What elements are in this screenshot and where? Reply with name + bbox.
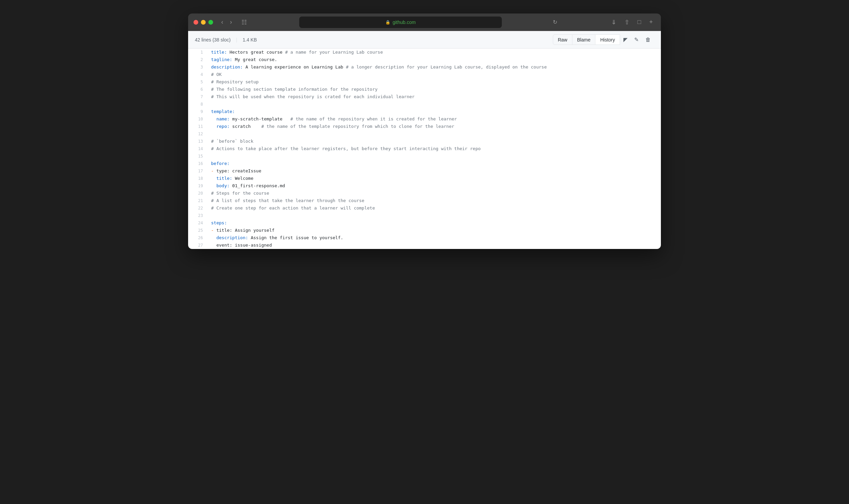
line-content: before:: [208, 160, 661, 167]
table-row: 6# The following section template inform…: [188, 86, 661, 93]
back-button[interactable]: ‹: [219, 17, 226, 27]
table-row: 7# This will be used when the repository…: [188, 93, 661, 101]
table-row: 23: [188, 212, 661, 219]
browser-window: ‹ › ☷ 🔒 github.com ↻ ⇓ ⇧ □ + 42 lines (3…: [188, 14, 661, 249]
forward-button[interactable]: ›: [227, 17, 235, 27]
line-number: 14: [188, 145, 208, 152]
edit-button[interactable]: ✎: [631, 34, 642, 45]
line-number: 16: [188, 160, 208, 167]
file-header-bar: 42 lines (38 sloc) | 1.4 KB Raw Blame Hi…: [188, 31, 661, 49]
line-content: repo: scratch # the name of the template…: [208, 123, 661, 130]
address-bar[interactable]: 🔒 github.com: [299, 17, 502, 28]
sidebar-toggle-button[interactable]: ☷: [239, 17, 249, 27]
reload-button[interactable]: ↻: [552, 18, 558, 26]
code-table: 1title: Hectors great course # a name fo…: [188, 49, 661, 249]
line-content: # Actions to take place after the learne…: [208, 145, 661, 152]
line-number: 4: [188, 71, 208, 78]
table-row: 17- type: createIssue: [188, 167, 661, 175]
lock-icon: 🔒: [385, 20, 391, 25]
line-number: 22: [188, 204, 208, 212]
line-number: 1: [188, 49, 208, 56]
line-content: [208, 130, 661, 138]
line-content: description: Assign the first issue to y…: [208, 234, 661, 241]
line-content: title: Hectors great course # a name for…: [208, 49, 661, 56]
table-row: 11 repo: scratch # the name of the templ…: [188, 123, 661, 130]
line-number: 9: [188, 108, 208, 115]
close-button[interactable]: [193, 20, 198, 25]
table-row: 5# Repository setup: [188, 78, 661, 86]
table-row: 10 name: my-scratch-template # the name …: [188, 115, 661, 123]
table-row: 22# Create one step for each action that…: [188, 204, 661, 212]
raw-button[interactable]: Raw: [553, 34, 572, 45]
line-number: 24: [188, 219, 208, 227]
line-number: 12: [188, 130, 208, 138]
table-row: 21# A list of steps that take the learne…: [188, 197, 661, 204]
sidebar-button[interactable]: □: [635, 17, 644, 27]
history-button[interactable]: History: [595, 34, 620, 45]
table-row: 15: [188, 152, 661, 160]
table-row: 13# `before` block: [188, 138, 661, 145]
table-row: 4# OK: [188, 71, 661, 78]
line-content: # The following section template informa…: [208, 86, 661, 93]
line-content: # A list of steps that take the learner …: [208, 197, 661, 204]
line-content: [208, 212, 661, 219]
code-container: 1title: Hectors great course # a name fo…: [188, 49, 661, 249]
line-number: 6: [188, 86, 208, 93]
blame-button[interactable]: Blame: [572, 34, 596, 45]
table-row: 2tagline: My great course.: [188, 56, 661, 64]
line-number: 25: [188, 227, 208, 234]
table-row: 8: [188, 101, 661, 108]
line-number: 26: [188, 234, 208, 241]
line-number: 11: [188, 123, 208, 130]
line-content: name: my-scratch-template # the name of …: [208, 115, 661, 123]
line-content: - title: Assign yourself: [208, 227, 661, 234]
line-number: 18: [188, 175, 208, 182]
line-content: # This will be used when the repository …: [208, 93, 661, 101]
table-row: 9template:: [188, 108, 661, 115]
line-content: # Steps for the course: [208, 190, 661, 197]
line-number: 27: [188, 241, 208, 249]
download-button[interactable]: ⇓: [609, 17, 619, 27]
line-content: [208, 152, 661, 160]
delete-button[interactable]: 🗑: [642, 34, 654, 45]
line-content: - type: createIssue: [208, 167, 661, 175]
table-row: 24steps:: [188, 219, 661, 227]
line-content: tagline: My great course.: [208, 56, 661, 64]
table-row: 26 description: Assign the first issue t…: [188, 234, 661, 241]
nav-buttons: ‹ ›: [219, 17, 235, 27]
maximize-button[interactable]: [208, 20, 213, 25]
new-tab-button[interactable]: +: [646, 17, 656, 27]
share-button[interactable]: ⇧: [622, 17, 632, 27]
line-number: 7: [188, 93, 208, 101]
url-text: github.com: [393, 20, 415, 25]
table-row: 1title: Hectors great course # a name fo…: [188, 49, 661, 56]
table-row: 25- title: Assign yourself: [188, 227, 661, 234]
file-actions: Raw Blame History ◤ ✎ 🗑: [553, 34, 654, 45]
minimize-button[interactable]: [201, 20, 206, 25]
line-content: description: A learning experience on Le…: [208, 64, 661, 71]
table-row: 3description: A learning experience on L…: [188, 64, 661, 71]
line-content: # Repository setup: [208, 78, 661, 86]
line-content: steps:: [208, 219, 661, 227]
line-number: 10: [188, 115, 208, 123]
line-number: 5: [188, 78, 208, 86]
line-number: 13: [188, 138, 208, 145]
table-row: 20# Steps for the course: [188, 190, 661, 197]
file-lines: 42 lines (38 sloc): [195, 37, 231, 42]
line-content: # Create one step for each action that a…: [208, 204, 661, 212]
line-content: [208, 101, 661, 108]
browser-actions: ⇓ ⇧ □ +: [609, 17, 656, 27]
line-number: 23: [188, 212, 208, 219]
file-meta: 42 lines (38 sloc) | 1.4 KB: [195, 37, 257, 42]
display-toggle-button[interactable]: ◤: [620, 34, 631, 45]
line-content: event: issue-assigned: [208, 241, 661, 249]
line-content: title: Welcome: [208, 175, 661, 182]
browser-titlebar: ‹ › ☷ 🔒 github.com ↻ ⇓ ⇧ □ +: [188, 14, 661, 31]
table-row: 14# Actions to take place after the lear…: [188, 145, 661, 152]
file-size: 1.4 KB: [242, 37, 257, 42]
traffic-lights: [193, 20, 213, 25]
line-number: 20: [188, 190, 208, 197]
line-number: 21: [188, 197, 208, 204]
line-content: # OK: [208, 71, 661, 78]
table-row: 12: [188, 130, 661, 138]
